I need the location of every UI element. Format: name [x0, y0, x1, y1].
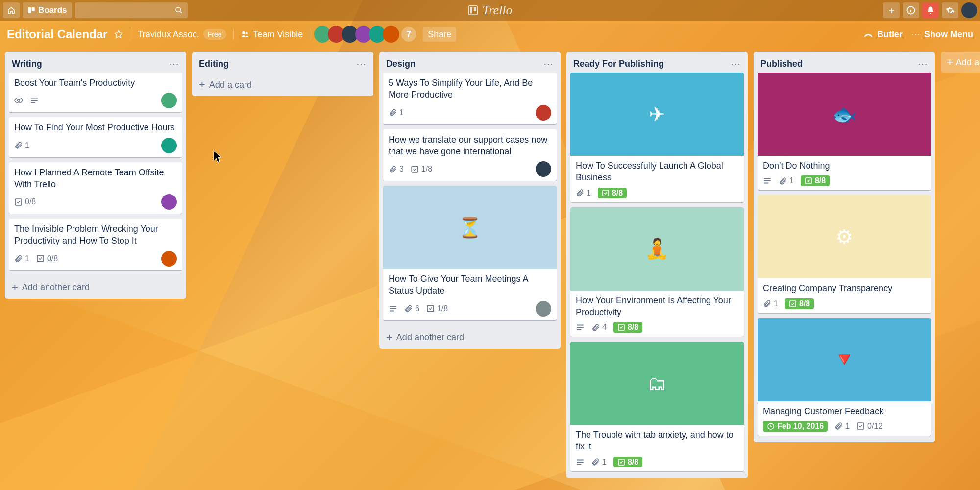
card-cover: ✈: [570, 73, 744, 156]
trello-logo-icon: [467, 5, 478, 16]
show-menu-button[interactable]: ⋯ Show Menu: [911, 29, 973, 40]
card-badges: 1 8/8: [763, 175, 926, 186]
svg-rect-0: [28, 7, 31, 13]
list-title[interactable]: Editing: [199, 59, 229, 69]
list-menu-button[interactable]: ⋯: [918, 58, 928, 70]
attachment-icon: [14, 141, 23, 149]
checklist-badge: 8/8: [613, 322, 642, 333]
list-title[interactable]: Writing: [12, 59, 42, 69]
card[interactable]: Boost Your Team's Productivity: [9, 73, 182, 112]
list-title[interactable]: Design: [386, 59, 416, 69]
checklist-icon: [857, 422, 865, 430]
card-badges: 1 8/8: [576, 457, 738, 467]
card-badges: 6 1/8: [389, 301, 551, 317]
list-menu-button[interactable]: ⋯: [543, 58, 554, 70]
attachments-badge: 1: [576, 189, 591, 197]
avatar: [161, 194, 177, 210]
checklist-badge: 8/8: [598, 188, 627, 198]
card-badges: 4 8/8: [576, 322, 738, 333]
member-avatar[interactable]: [383, 26, 399, 43]
butler-button[interactable]: Butler: [863, 29, 903, 40]
card[interactable]: The Invisible Problem Wrecking Your Prod…: [9, 219, 182, 270]
star-button[interactable]: [114, 30, 123, 39]
info-button[interactable]: [903, 2, 919, 18]
card-title: Creating Company Transparency: [763, 282, 926, 294]
add-list-button[interactable]: +Add anothe: [941, 52, 980, 73]
list-menu-button[interactable]: ⋯: [169, 58, 179, 70]
search-input[interactable]: [75, 2, 188, 18]
checklist-icon: [617, 323, 625, 331]
add-card-button[interactable]: +Add another card: [379, 327, 561, 349]
team-link[interactable]: Travidux Assoc. Free: [137, 29, 226, 40]
card[interactable]: How we translate our support cases now t…: [383, 129, 557, 181]
home-button[interactable]: [3, 2, 20, 18]
list-cards: 5 Ways To Simplify Your Life, And Be Mor…: [379, 73, 561, 327]
card[interactable]: ⚙ Creating Company Transparency 1 8/8: [758, 195, 931, 313]
boards-button[interactable]: Boards: [23, 2, 72, 18]
settings-button[interactable]: [942, 2, 958, 18]
list-title[interactable]: Published: [760, 59, 803, 69]
notifications-button[interactable]: [922, 2, 939, 18]
list-title[interactable]: Ready For Publishing: [573, 59, 664, 69]
svg-rect-5: [474, 7, 476, 11]
info-icon: [906, 6, 915, 15]
avatar: [161, 138, 177, 153]
due-date-badge: Feb 10, 2016: [763, 421, 828, 432]
attachments-badge: 4: [591, 323, 607, 332]
board-canvas[interactable]: Writing ⋯ Boost Your Team's Productivity…: [0, 48, 980, 490]
board-header: Editorial Calendar Travidux Assoc. Free …: [0, 21, 980, 48]
svg-rect-11: [37, 255, 44, 262]
card[interactable]: 5 Ways To Simplify Your Life, And Be Mor…: [383, 73, 557, 124]
list-cards: Boost Your Team's Productivity How To Fi…: [5, 73, 186, 277]
profile-avatar[interactable]: [961, 2, 977, 18]
card-member[interactable]: [536, 105, 551, 121]
visibility-button[interactable]: Team Visible: [241, 29, 303, 40]
mouse-cursor-icon: [213, 150, 223, 163]
attachment-icon: [576, 189, 584, 197]
add-card-button[interactable]: +Add another card: [5, 277, 186, 299]
avatar: [536, 301, 551, 317]
butler-label: Butler: [877, 29, 903, 40]
board-name[interactable]: Editorial Calendar: [7, 27, 107, 41]
card-member[interactable]: [161, 251, 177, 267]
list-menu-button[interactable]: ⋯: [356, 58, 367, 70]
card[interactable]: 🐟 Don't Do Nothing 1 8/8: [758, 73, 931, 190]
add-card-button[interactable]: +Add a card: [192, 74, 373, 96]
create-button[interactable]: ＋: [883, 2, 900, 18]
card-title: 5 Ways To Simplify Your Life, And Be Mor…: [389, 77, 551, 101]
card[interactable]: ⏳ How To Give Your Team Meetings A Statu…: [383, 186, 557, 320]
card-member[interactable]: [536, 301, 551, 317]
list-menu-button[interactable]: ⋯: [731, 58, 741, 70]
checklist-icon: [617, 458, 625, 466]
card[interactable]: 🔻 Managing Customer Feedback Feb 10, 201…: [758, 318, 931, 436]
share-button[interactable]: Share: [423, 27, 456, 42]
card-cover: 🐟: [758, 73, 931, 156]
show-menu-label: Show Menu: [924, 29, 973, 40]
logo[interactable]: Trello: [467, 3, 512, 18]
card[interactable]: ✈ How To Successfully Launch A Global Bu…: [570, 73, 744, 202]
avatar: [536, 161, 551, 177]
card[interactable]: How I Planned A Remote Team Offsite With…: [9, 162, 182, 214]
card[interactable]: How To Find Your Most Productive Hours 1: [9, 117, 182, 157]
svg-point-2: [176, 7, 180, 12]
member-overflow-count[interactable]: 7: [401, 27, 416, 42]
attachment-icon: [834, 422, 843, 430]
card[interactable]: 🧘 How Your Environment Is Affecting Your…: [570, 207, 744, 337]
avatar: [536, 105, 551, 121]
card-member[interactable]: [161, 93, 177, 108]
svg-rect-1: [32, 7, 35, 11]
card-badges: 3 1/8: [389, 161, 551, 177]
card-title: Managing Customer Feedback: [763, 405, 926, 417]
card-badges: Feb 10, 2016 1 0/12: [763, 421, 926, 432]
card-badges: 1 8/8: [763, 298, 926, 309]
card-member[interactable]: [161, 138, 177, 153]
checklist-badge: 1/8: [411, 165, 432, 173]
list: Ready For Publishing ⋯ ✈ How To Successf…: [566, 52, 748, 478]
card-member[interactable]: [161, 194, 177, 210]
card[interactable]: 🗂 The Trouble with tab anxiety, and how …: [570, 342, 744, 471]
card-member[interactable]: [536, 161, 551, 177]
attachment-icon: [389, 108, 397, 117]
card-title: Don't Do Nothing: [763, 160, 926, 172]
board-members[interactable]: 7: [317, 26, 416, 43]
attachments-badge: 1: [14, 254, 29, 263]
